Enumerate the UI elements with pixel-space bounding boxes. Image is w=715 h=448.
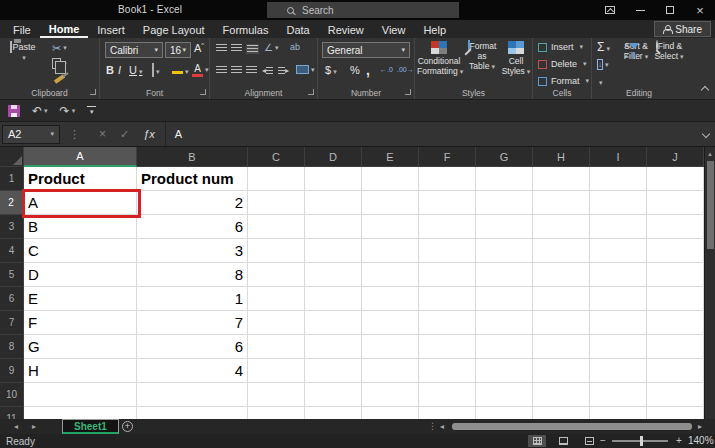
cell-F11[interactable]: [419, 407, 476, 419]
row-header-5[interactable]: 5: [0, 263, 24, 287]
cell-H8[interactable]: [533, 335, 590, 359]
column-header-f[interactable]: F: [419, 147, 476, 167]
cell-G10[interactable]: [476, 383, 533, 407]
number-dialog-launcher[interactable]: [405, 89, 411, 95]
cell-A10[interactable]: [24, 383, 137, 407]
align-bottom-button[interactable]: [246, 44, 259, 54]
cell-B1[interactable]: Product num: [137, 167, 248, 191]
zoom-out-button[interactable]: −: [600, 435, 606, 446]
column-header-j[interactable]: J: [647, 147, 704, 167]
insert-button[interactable]: Insert: [538, 42, 583, 52]
cell-C10[interactable]: [248, 383, 305, 407]
cell-G9[interactable]: [476, 359, 533, 383]
sort-filter-button[interactable]: AZ Sort & Filter: [620, 41, 652, 62]
cell-G11[interactable]: [476, 407, 533, 419]
customize-qat-button[interactable]: ▾: [87, 106, 96, 116]
cell-H4[interactable]: [533, 239, 590, 263]
ribbon-tab-home[interactable]: Home: [40, 20, 89, 38]
normal-view-button[interactable]: [528, 435, 546, 447]
cell-E11[interactable]: [362, 407, 419, 419]
find-select-button[interactable]: Find & Select: [654, 41, 684, 62]
ribbon-tab-formulas[interactable]: Formulas: [214, 20, 278, 38]
cell-F7[interactable]: [419, 311, 476, 335]
scrollbar-resize-handle[interactable]: ⋮: [428, 421, 437, 431]
currency-button[interactable]: $: [325, 64, 337, 76]
cell-C3[interactable]: [248, 215, 305, 239]
share-button[interactable]: Share: [654, 21, 711, 37]
cell-C6[interactable]: [248, 287, 305, 311]
cell-D11[interactable]: [305, 407, 362, 419]
number-format-select[interactable]: General▾: [322, 42, 410, 58]
cell-E3[interactable]: [362, 215, 419, 239]
cell-F6[interactable]: [419, 287, 476, 311]
namebox-resize-handle[interactable]: ⋮: [69, 128, 80, 141]
conditional-formatting-button[interactable]: Conditional Formatting: [417, 41, 461, 77]
column-header-h[interactable]: H: [533, 147, 590, 167]
cell-G3[interactable]: [476, 215, 533, 239]
scroll-right-button[interactable]: ▸: [698, 422, 702, 431]
cell-E6[interactable]: [362, 287, 419, 311]
delete-button[interactable]: Delete: [538, 59, 587, 69]
search-box[interactable]: Search: [267, 2, 459, 18]
cell-B10[interactable]: [137, 383, 248, 407]
row-header-9[interactable]: 9: [0, 359, 24, 383]
align-top-button[interactable]: [216, 44, 227, 52]
wrap-text-button[interactable]: ab: [290, 42, 300, 52]
vertical-scroll-thumb[interactable]: [707, 161, 714, 249]
cell-I4[interactable]: [590, 239, 647, 263]
cell-D5[interactable]: [305, 263, 362, 287]
alignment-dialog-launcher[interactable]: [308, 89, 314, 95]
collapse-ribbon-button[interactable]: [701, 86, 709, 94]
horizontal-scroll-thumb[interactable]: [452, 423, 692, 430]
cell-G5[interactable]: [476, 263, 533, 287]
font-color-button[interactable]: A: [192, 62, 209, 77]
cell-H11[interactable]: [533, 407, 590, 419]
cell-F5[interactable]: [419, 263, 476, 287]
cell-D1[interactable]: [305, 167, 362, 191]
cell-D3[interactable]: [305, 215, 362, 239]
cell-F3[interactable]: [419, 215, 476, 239]
format-as-table-button[interactable]: Format as Table: [463, 41, 501, 72]
cell-C4[interactable]: [248, 239, 305, 263]
cell-I5[interactable]: [590, 263, 647, 287]
sheet-tab-sheet1[interactable]: Sheet1: [62, 419, 119, 434]
underline-button[interactable]: U: [129, 64, 142, 76]
select-all-button[interactable]: [0, 147, 24, 167]
cell-G7[interactable]: [476, 311, 533, 335]
column-header-d[interactable]: D: [305, 147, 362, 167]
increase-font-size-button[interactable]: A^: [194, 42, 204, 54]
cell-A9[interactable]: H: [24, 359, 137, 383]
cell-F8[interactable]: [419, 335, 476, 359]
cell-B7[interactable]: 7: [137, 311, 248, 335]
cell-J5[interactable]: [647, 263, 704, 287]
ribbon-tab-help[interactable]: Help: [414, 20, 455, 38]
font-dialog-launcher[interactable]: [200, 89, 206, 95]
column-header-c[interactable]: C: [248, 147, 305, 167]
align-middle-button[interactable]: [231, 44, 242, 52]
cell-D7[interactable]: [305, 311, 362, 335]
cell-C9[interactable]: [248, 359, 305, 383]
cell-C7[interactable]: [248, 311, 305, 335]
cell-B4[interactable]: 3: [137, 239, 248, 263]
font-size-select[interactable]: 16▾: [165, 42, 191, 58]
cell-H5[interactable]: [533, 263, 590, 287]
copy-button[interactable]: [52, 57, 67, 70]
cell-I10[interactable]: [590, 383, 647, 407]
comma-style-button[interactable]: ,: [366, 62, 370, 78]
align-left-button[interactable]: [216, 66, 227, 74]
close-button[interactable]: ×: [685, 0, 715, 20]
row-header-7[interactable]: 7: [0, 311, 24, 335]
ribbon-tab-file[interactable]: File: [4, 20, 40, 38]
cell-D9[interactable]: [305, 359, 362, 383]
formula-input[interactable]: A: [165, 122, 715, 146]
fill-button[interactable]: ↓: [597, 57, 609, 69]
percent-button[interactable]: %: [350, 64, 360, 76]
cell-D2[interactable]: [305, 191, 362, 215]
save-button[interactable]: [8, 105, 20, 117]
cell-B11[interactable]: [137, 407, 248, 419]
cell-H9[interactable]: [533, 359, 590, 383]
cell-H3[interactable]: [533, 215, 590, 239]
cell-B6[interactable]: 1: [137, 287, 248, 311]
decrease-indent-button[interactable]: ◂: [262, 66, 273, 75]
cell-E1[interactable]: [362, 167, 419, 191]
